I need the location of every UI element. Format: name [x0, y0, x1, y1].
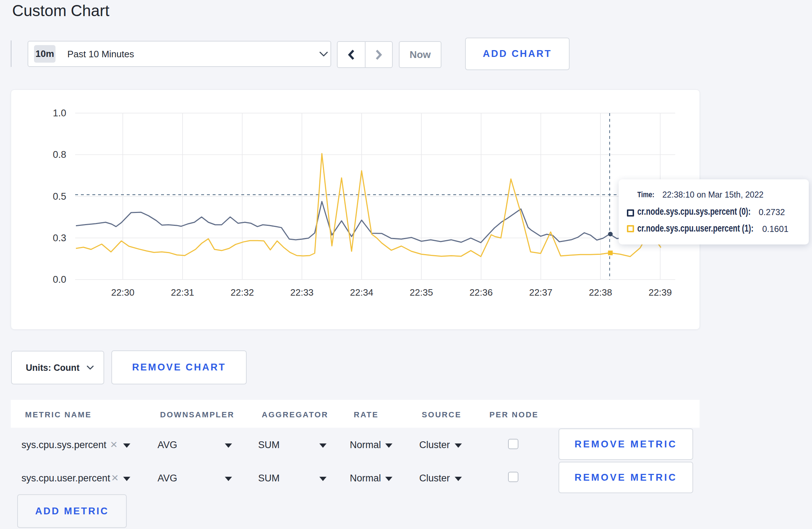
- svg-text:22:35: 22:35: [410, 287, 433, 298]
- svg-text:0.0: 0.0: [53, 274, 66, 285]
- svg-text:0.8: 0.8: [53, 149, 66, 160]
- svg-text:22:30: 22:30: [111, 287, 134, 298]
- svg-text:22:38: 22:38: [589, 287, 612, 298]
- svg-text:22:31: 22:31: [171, 287, 194, 298]
- svg-text:22:33: 22:33: [290, 287, 314, 298]
- svg-text:22:34: 22:34: [350, 287, 373, 298]
- svg-text:0.3: 0.3: [53, 233, 66, 243]
- svg-text:22:39: 22:39: [648, 287, 672, 298]
- svg-text:22:32: 22:32: [231, 287, 254, 298]
- svg-text:1.0: 1.0: [53, 108, 66, 118]
- svg-text:0.5: 0.5: [53, 191, 66, 202]
- svg-text:22:36: 22:36: [469, 287, 493, 298]
- svg-text:22:37: 22:37: [529, 287, 552, 298]
